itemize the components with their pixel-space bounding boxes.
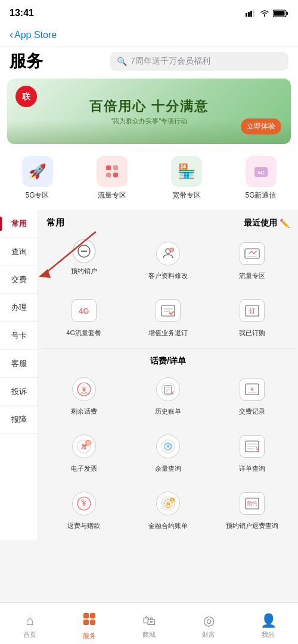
tab-mall-label: 商城 bbox=[142, 630, 156, 639]
service-kehu-ziliao[interactable]: ✎ 客户资料修改 bbox=[126, 233, 210, 286]
svg-rect-2 bbox=[250, 11, 252, 17]
tab-service[interactable]: 服务 bbox=[60, 607, 119, 640]
dingou-label: 我已订购 bbox=[239, 329, 265, 337]
svg-text:票: 票 bbox=[86, 441, 90, 445]
liuliang-label: 流量专区 bbox=[239, 271, 265, 280]
sidebar-item-chaxun[interactable]: 查询 bbox=[0, 238, 38, 266]
service-lishi-zhangdan[interactable]: ¥ 历史账单 bbox=[126, 369, 210, 421]
quick-nav-5g[interactable]: 🚀 5G专区 bbox=[0, 156, 74, 201]
sidebar-banli-label: 办理 bbox=[11, 303, 27, 312]
battery-icon bbox=[273, 10, 288, 17]
search-bar[interactable]: 🔍 7周年送千万会员福利 bbox=[110, 52, 288, 71]
sidebar-item-jiaofei[interactable]: 交费 bbox=[0, 266, 38, 294]
sidebar-item-haoka[interactable]: 号卡 bbox=[0, 322, 38, 350]
tab-wealth[interactable]: ◎ 财富 bbox=[179, 608, 238, 639]
service-zengzhi-tuiding[interactable]: 增值业务退订 bbox=[126, 290, 210, 343]
service-dianzi-fapiao[interactable]: 发 票 电子发票 bbox=[42, 426, 126, 479]
service-yuliang-chaxun[interactable]: 余量查询 bbox=[126, 426, 210, 479]
tab-mall[interactable]: 🛍 商城 bbox=[119, 608, 179, 639]
svg-rect-11 bbox=[106, 173, 111, 177]
yuliang-icon bbox=[154, 432, 182, 461]
banner-main-text: 百倍用心 十分满意 bbox=[89, 98, 209, 115]
quick-nav-broadband[interactable]: 🏪 宽带专区 bbox=[149, 156, 224, 201]
svg-text:¥: ¥ bbox=[82, 386, 86, 393]
5gnew-zone-label: 5G新通信 bbox=[245, 190, 276, 201]
svg-rect-3 bbox=[253, 10, 254, 17]
sidebar: 常用 查询 交费 办理 号卡 客服 投诉 报障 bbox=[0, 210, 38, 540]
page-title: 服务 bbox=[10, 50, 43, 73]
tab-mine[interactable]: 👤 我的 bbox=[238, 608, 298, 639]
sidebar-item-kefu[interactable]: 客服 bbox=[0, 350, 38, 378]
5g-zone-icon: 🚀 bbox=[22, 156, 53, 187]
jiaofei-label: 交费记录 bbox=[239, 407, 265, 415]
title-search-row: 服务 🔍 7周年送千万会员福利 bbox=[0, 46, 298, 79]
5gnew-zone-icon: 5G bbox=[246, 156, 277, 187]
broadband-zone-icon: 🏪 bbox=[171, 156, 202, 187]
mine-icon: 👤 bbox=[260, 613, 277, 629]
main-content: 常用 查询 交费 办理 号卡 客服 投诉 报障 常用 最近使用 ✏ bbox=[0, 210, 298, 540]
svg-text:¥: ¥ bbox=[251, 386, 254, 392]
search-placeholder: 7周年送千万会员福利 bbox=[131, 56, 210, 67]
tuifei-icon: 预约 bbox=[238, 489, 266, 518]
tab-home[interactable]: ⌂ 首页 bbox=[0, 608, 60, 639]
quick-nav: 🚀 5G专区 流量专区 🏪 宽带专区 5G bbox=[0, 151, 298, 203]
svg-rect-0 bbox=[246, 13, 247, 17]
banner[interactable]: 联 百倍用心 十分满意 "我为群众办实事"专项行动 立即体验 bbox=[7, 79, 291, 144]
svg-rect-9 bbox=[106, 165, 111, 170]
unicom-logo: 联 bbox=[14, 85, 38, 108]
xiangdan-icon: ¥ bbox=[238, 432, 266, 461]
service-jiaofei-jilu[interactable]: ¥ 交费记录 bbox=[210, 369, 294, 421]
sidebar-item-banli[interactable]: 办理 bbox=[0, 294, 38, 322]
sidebar-jiaofei-label: 交费 bbox=[11, 275, 27, 284]
quick-nav-flow[interactable]: 流量专区 bbox=[74, 156, 149, 201]
svg-text:✎: ✎ bbox=[170, 248, 173, 252]
service-jinrong-zhangdan[interactable]: 金 $ 金融合约账单 bbox=[126, 483, 210, 536]
kehu-icon: ✎ bbox=[154, 239, 182, 268]
service-xiangdan-chaxun[interactable]: ¥ 详单查询 bbox=[210, 426, 294, 479]
banner-sub-text: "我为群众办实事"专项行动 bbox=[89, 117, 209, 126]
service-liuliang-zone[interactable]: 流量专区 bbox=[210, 233, 294, 286]
jiaofei-icon: ¥ bbox=[238, 375, 266, 404]
zengzhi-label: 增值业务退订 bbox=[148, 329, 188, 337]
svg-text:预约: 预约 bbox=[247, 501, 257, 507]
sidebar-item-changyong[interactable]: 常用 bbox=[0, 210, 38, 238]
sidebar-item-baogao[interactable]: 报障 bbox=[0, 406, 38, 434]
sidebar-chaxun-label: 查询 bbox=[11, 247, 27, 256]
banner-cta-button[interactable]: 立即体验 bbox=[241, 118, 281, 135]
changyong-grid-row2: 4G 4G流量套餐 增值业务退订 bbox=[38, 290, 298, 348]
sidebar-item-tousu[interactable]: 投诉 bbox=[0, 378, 38, 406]
header-area: 服务 🔍 7周年送千万会员福利 联 百倍用心 十分满意 "我为群众办实事"专项行… bbox=[0, 46, 298, 210]
svg-text:¥: ¥ bbox=[256, 446, 260, 452]
liuliang-icon bbox=[238, 239, 266, 268]
fapiao-icon: 发 票 bbox=[70, 432, 98, 461]
service-yuyue-tuifei[interactable]: 预约 预约销户退费查询 bbox=[210, 483, 294, 536]
tab-service-label: 服务 bbox=[83, 632, 96, 640]
edit-icon[interactable]: ✏️ bbox=[280, 218, 290, 228]
svg-text:¥: ¥ bbox=[82, 500, 86, 507]
svg-rect-12 bbox=[113, 173, 118, 177]
recent-label: 最近使用 ✏️ bbox=[244, 218, 290, 229]
service-fanfei-zengkuan[interactable]: ¥ 返费与赠款 bbox=[42, 483, 126, 536]
jinrong-icon: 金 $ bbox=[154, 489, 182, 518]
yuyue-icon bbox=[72, 239, 96, 263]
svg-rect-64 bbox=[90, 620, 95, 625]
huafei-title: 话费/详单 bbox=[38, 349, 298, 369]
sidebar-kefu-label: 客服 bbox=[11, 359, 27, 368]
service-shengyu-huafei[interactable]: ¥ 剩余话费 bbox=[42, 369, 126, 421]
signal-icon bbox=[246, 10, 256, 17]
shengyu-label: 剩余话费 bbox=[71, 407, 97, 415]
svg-rect-20 bbox=[245, 249, 259, 258]
bottom-spacer bbox=[0, 540, 298, 588]
service-icon bbox=[82, 612, 97, 630]
back-button[interactable]: ‹ App Store bbox=[10, 29, 57, 41]
service-woyidingou[interactable]: 订 我已订购 bbox=[210, 290, 294, 343]
fanfei-label: 返费与赠款 bbox=[67, 521, 100, 530]
home-icon: ⌂ bbox=[26, 613, 33, 629]
yuyue-label: 预约销户 bbox=[71, 267, 97, 275]
service-4g-taocan[interactable]: 4G 4G流量套餐 bbox=[42, 290, 126, 343]
quick-nav-5gnew[interactable]: 5G 5G新通信 bbox=[224, 156, 298, 201]
yuliang-label: 余量查询 bbox=[155, 464, 181, 473]
service-yuyue-xiaohui[interactable]: 预约销户 bbox=[42, 233, 126, 286]
status-icons bbox=[246, 10, 288, 17]
svg-rect-10 bbox=[113, 165, 118, 170]
